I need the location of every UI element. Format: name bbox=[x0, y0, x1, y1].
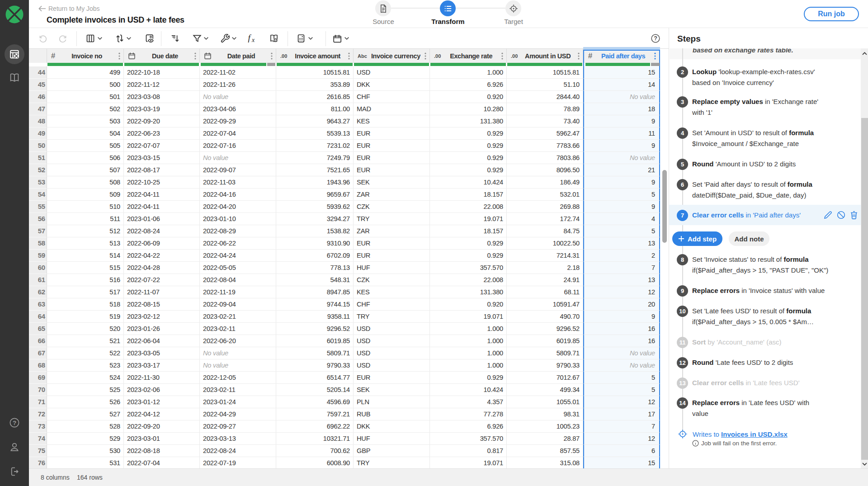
svg-text:?: ? bbox=[13, 420, 16, 426]
svg-text:f: f bbox=[248, 33, 252, 42]
svg-text:?: ? bbox=[654, 35, 657, 42]
svg-text:x: x bbox=[251, 37, 255, 43]
